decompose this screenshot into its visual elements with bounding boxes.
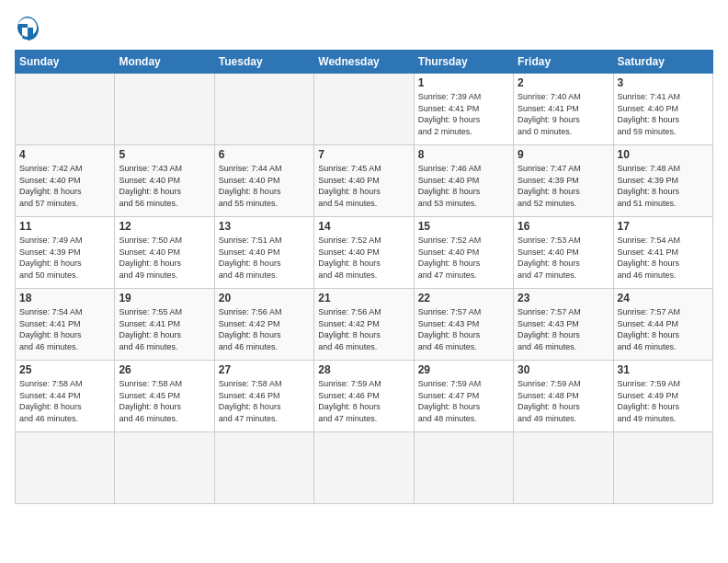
day-number: 3: [618, 76, 709, 89]
calendar-cell-empty: [214, 432, 313, 504]
day-number: 29: [418, 363, 509, 376]
calendar-row-0: 1Sunrise: 7:39 AM Sunset: 4:41 PM Daylig…: [16, 74, 713, 145]
calendar-cell-day-14: 14Sunrise: 7:52 AM Sunset: 4:40 PM Dayli…: [314, 217, 414, 289]
calendar-cell-empty: [115, 74, 214, 145]
day-number: 28: [318, 363, 409, 376]
calendar-cell-day-18: 18Sunrise: 7:54 AM Sunset: 4:41 PM Dayli…: [16, 289, 115, 361]
day-number: 17: [618, 220, 709, 233]
calendar-cell-day-5: 5Sunrise: 7:43 AM Sunset: 4:40 PM Daylig…: [115, 145, 214, 217]
logo: [15, 15, 44, 40]
day-info: Sunrise: 7:54 AM Sunset: 4:41 PM Dayligh…: [19, 306, 110, 352]
calendar-cell-day-20: 20Sunrise: 7:56 AM Sunset: 4:42 PM Dayli…: [214, 289, 313, 361]
day-number: 4: [19, 148, 110, 161]
day-number: 10: [618, 148, 709, 161]
day-info: Sunrise: 7:56 AM Sunset: 4:42 PM Dayligh…: [318, 306, 409, 352]
calendar-cell-day-6: 6Sunrise: 7:44 AM Sunset: 4:40 PM Daylig…: [214, 145, 313, 217]
day-info: Sunrise: 7:51 AM Sunset: 4:40 PM Dayligh…: [219, 235, 310, 281]
calendar-cell-day-16: 16Sunrise: 7:53 AM Sunset: 4:40 PM Dayli…: [514, 217, 613, 289]
day-number: 5: [119, 148, 210, 161]
calendar-cell-day-3: 3Sunrise: 7:41 AM Sunset: 4:40 PM Daylig…: [613, 74, 712, 145]
page: SundayMondayTuesdayWednesdayThursdayFrid…: [0, 0, 728, 563]
calendar-cell-day-4: 4Sunrise: 7:42 AM Sunset: 4:40 PM Daylig…: [16, 145, 115, 217]
calendar-cell-day-28: 28Sunrise: 7:59 AM Sunset: 4:46 PM Dayli…: [314, 361, 414, 432]
day-info: Sunrise: 7:56 AM Sunset: 4:42 PM Dayligh…: [219, 306, 310, 352]
day-info: Sunrise: 7:40 AM Sunset: 4:41 PM Dayligh…: [518, 91, 609, 137]
weekday-header-saturday: Saturday: [613, 51, 712, 74]
calendar-cell-empty: [514, 432, 613, 504]
day-info: Sunrise: 7:57 AM Sunset: 4:43 PM Dayligh…: [418, 306, 509, 352]
day-info: Sunrise: 7:49 AM Sunset: 4:39 PM Dayligh…: [19, 235, 110, 281]
calendar-cell-day-30: 30Sunrise: 7:59 AM Sunset: 4:48 PM Dayli…: [514, 361, 613, 432]
calendar-cell-day-11: 11Sunrise: 7:49 AM Sunset: 4:39 PM Dayli…: [16, 217, 115, 289]
calendar-row-4: 25Sunrise: 7:58 AM Sunset: 4:44 PM Dayli…: [16, 361, 713, 432]
day-info: Sunrise: 7:46 AM Sunset: 4:40 PM Dayligh…: [418, 163, 509, 209]
day-number: 22: [418, 292, 509, 304]
day-info: Sunrise: 7:55 AM Sunset: 4:41 PM Dayligh…: [119, 306, 210, 352]
calendar-row-2: 11Sunrise: 7:49 AM Sunset: 4:39 PM Dayli…: [16, 217, 713, 289]
day-info: Sunrise: 7:50 AM Sunset: 4:40 PM Dayligh…: [119, 235, 210, 281]
day-info: Sunrise: 7:52 AM Sunset: 4:40 PM Dayligh…: [318, 235, 409, 281]
calendar-cell-day-15: 15Sunrise: 7:52 AM Sunset: 4:40 PM Dayli…: [414, 217, 513, 289]
day-number: 12: [119, 220, 210, 233]
calendar-cell-day-22: 22Sunrise: 7:57 AM Sunset: 4:43 PM Dayli…: [414, 289, 513, 361]
calendar-cell-day-13: 13Sunrise: 7:51 AM Sunset: 4:40 PM Dayli…: [214, 217, 313, 289]
weekday-header-friday: Friday: [514, 51, 613, 74]
day-number: 8: [418, 148, 509, 161]
calendar-cell-day-7: 7Sunrise: 7:45 AM Sunset: 4:40 PM Daylig…: [314, 145, 414, 217]
day-number: 21: [318, 292, 409, 304]
calendar-cell-day-9: 9Sunrise: 7:47 AM Sunset: 4:39 PM Daylig…: [514, 145, 613, 217]
calendar-cell-empty: [414, 432, 513, 504]
day-info: Sunrise: 7:41 AM Sunset: 4:40 PM Dayligh…: [618, 91, 709, 137]
day-info: Sunrise: 7:58 AM Sunset: 4:45 PM Dayligh…: [119, 378, 210, 424]
day-number: 26: [119, 363, 210, 376]
calendar-cell-empty: [115, 432, 214, 504]
header: [15, 15, 713, 40]
day-info: Sunrise: 7:54 AM Sunset: 4:41 PM Dayligh…: [618, 235, 709, 281]
weekday-header-tuesday: Tuesday: [214, 51, 313, 74]
day-info: Sunrise: 7:52 AM Sunset: 4:40 PM Dayligh…: [418, 235, 509, 281]
calendar-cell-day-31: 31Sunrise: 7:59 AM Sunset: 4:49 PM Dayli…: [613, 361, 712, 432]
calendar-cell-day-10: 10Sunrise: 7:48 AM Sunset: 4:39 PM Dayli…: [613, 145, 712, 217]
day-info: Sunrise: 7:39 AM Sunset: 4:41 PM Dayligh…: [418, 91, 509, 137]
calendar-cell-day-2: 2Sunrise: 7:40 AM Sunset: 4:41 PM Daylig…: [514, 74, 613, 145]
weekday-header-thursday: Thursday: [414, 51, 513, 74]
day-info: Sunrise: 7:43 AM Sunset: 4:40 PM Dayligh…: [119, 163, 210, 209]
day-number: 27: [219, 363, 310, 376]
day-info: Sunrise: 7:57 AM Sunset: 4:43 PM Dayligh…: [518, 306, 609, 352]
day-info: Sunrise: 7:53 AM Sunset: 4:40 PM Dayligh…: [518, 235, 609, 281]
calendar-cell-day-1: 1Sunrise: 7:39 AM Sunset: 4:41 PM Daylig…: [414, 74, 513, 145]
calendar-cell-day-26: 26Sunrise: 7:58 AM Sunset: 4:45 PM Dayli…: [115, 361, 214, 432]
day-number: 15: [418, 220, 509, 233]
calendar-cell-empty: [613, 432, 712, 504]
calendar-cell-day-23: 23Sunrise: 7:57 AM Sunset: 4:43 PM Dayli…: [514, 289, 613, 361]
calendar-cell-day-8: 8Sunrise: 7:46 AM Sunset: 4:40 PM Daylig…: [414, 145, 513, 217]
day-number: 16: [518, 220, 609, 233]
day-number: 19: [119, 292, 210, 304]
day-number: 24: [618, 292, 709, 304]
day-info: Sunrise: 7:47 AM Sunset: 4:39 PM Dayligh…: [518, 163, 609, 209]
day-info: Sunrise: 7:48 AM Sunset: 4:39 PM Dayligh…: [618, 163, 709, 209]
day-info: Sunrise: 7:59 AM Sunset: 4:49 PM Dayligh…: [618, 378, 709, 424]
day-number: 25: [19, 363, 110, 376]
day-info: Sunrise: 7:42 AM Sunset: 4:40 PM Dayligh…: [19, 163, 110, 209]
day-info: Sunrise: 7:58 AM Sunset: 4:44 PM Dayligh…: [19, 378, 110, 424]
day-info: Sunrise: 7:59 AM Sunset: 4:48 PM Dayligh…: [518, 378, 609, 424]
calendar-cell-empty: [314, 432, 414, 504]
calendar-cell-empty: [214, 74, 313, 145]
day-number: 7: [318, 148, 409, 161]
calendar-cell-day-12: 12Sunrise: 7:50 AM Sunset: 4:40 PM Dayli…: [115, 217, 214, 289]
weekday-header-row: SundayMondayTuesdayWednesdayThursdayFrid…: [16, 51, 713, 74]
day-number: 20: [219, 292, 310, 304]
weekday-header-monday: Monday: [115, 51, 214, 74]
calendar-cell-day-19: 19Sunrise: 7:55 AM Sunset: 4:41 PM Dayli…: [115, 289, 214, 361]
day-info: Sunrise: 7:45 AM Sunset: 4:40 PM Dayligh…: [318, 163, 409, 209]
day-number: 2: [518, 76, 609, 89]
day-number: 6: [219, 148, 310, 161]
calendar-cell-day-21: 21Sunrise: 7:56 AM Sunset: 4:42 PM Dayli…: [314, 289, 414, 361]
day-number: 14: [318, 220, 409, 233]
day-info: Sunrise: 7:59 AM Sunset: 4:46 PM Dayligh…: [318, 378, 409, 424]
day-number: 18: [19, 292, 110, 304]
day-number: 9: [518, 148, 609, 161]
calendar-table: SundayMondayTuesdayWednesdayThursdayFrid…: [15, 50, 713, 504]
calendar-row-1: 4Sunrise: 7:42 AM Sunset: 4:40 PM Daylig…: [16, 145, 713, 217]
